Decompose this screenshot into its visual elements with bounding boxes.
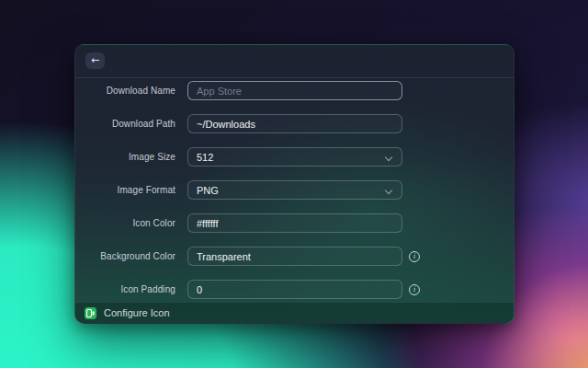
image-size-fieldwrap: 512 [187,147,402,167]
form-row-background-color: Background Color i [75,247,514,266]
download-name-label: Download Name [75,86,175,96]
download-path-input[interactable] [187,114,402,133]
download-path-fieldwrap [187,114,402,133]
settings-form: Download Name Download Path Image Size 5… [75,78,514,299]
form-row-download-path: Download Path [75,114,514,133]
chevron-down-icon [386,187,392,193]
image-size-select[interactable]: 512 [187,147,402,167]
background-color-fieldwrap [187,247,402,266]
image-size-value: 512 [197,152,213,163]
back-button[interactable]: ← [85,52,105,69]
form-row-icon-color: Icon Color [75,213,514,233]
download-name-fieldwrap [187,81,402,100]
image-format-label: Image Format [75,185,175,195]
background-color-label: Background Color [75,251,175,261]
image-format-value: PNG [197,185,219,196]
form-row-download-name: Download Name [75,81,514,100]
form-row-image-format: Image Format PNG [75,180,514,200]
image-size-label: Image Size [75,152,175,162]
download-name-input[interactable] [187,81,402,100]
icon-color-input[interactable] [187,213,402,233]
icon-padding-input[interactable] [187,280,402,299]
image-format-select[interactable]: PNG [187,180,402,200]
configure-icon-dialog: ← Download Name Download Path Image Size… [74,44,514,324]
dialog-footer: Configure Icon [75,302,514,323]
info-icon[interactable]: i [409,284,420,295]
footer-title: Configure Icon [104,307,170,318]
icon-color-label: Icon Color [75,218,175,228]
form-row-icon-padding: Icon Padding i [75,280,514,299]
background-color-input[interactable] [187,247,402,266]
chevron-down-icon [386,154,392,160]
image-format-fieldwrap: PNG [187,180,402,200]
icon-padding-label: Icon Padding [75,284,175,294]
form-row-image-size: Image Size 512 [75,147,514,167]
icon-padding-fieldwrap [187,280,402,299]
dialog-header: ← [75,45,514,78]
app-logo-icon [85,307,96,319]
icon-color-fieldwrap [187,213,402,233]
download-path-label: Download Path [75,119,175,129]
info-icon[interactable]: i [409,251,420,262]
